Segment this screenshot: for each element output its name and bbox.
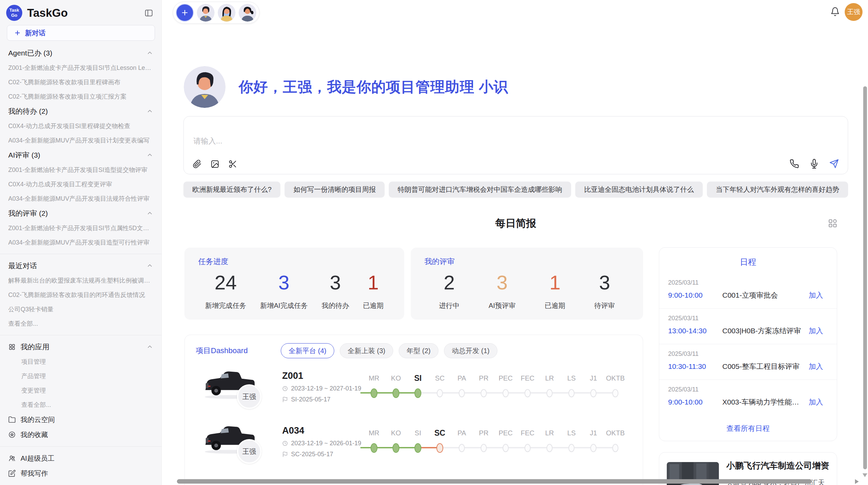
sidebar-list-item[interactable]: C02-飞腾新能源轻客改款项目立项汇报方案 xyxy=(8,89,153,104)
project-row[interactable]: 王强 A034 2023-12-19 ~ 2026-01-19 SC-2025-… xyxy=(185,424,643,478)
assistant-avatar xyxy=(184,66,226,108)
sidebar-list-item[interactable]: Z001-全新燃油轻卡产品开发项目SI造型提交物评审 xyxy=(8,163,153,177)
milestone-label: PA xyxy=(451,373,473,384)
milestone-label: PR xyxy=(473,427,495,438)
suggestion-chip[interactable]: 欧洲新规最近颁布了什么? xyxy=(183,182,280,198)
suggestion-chip[interactable]: 特朗普可能对进口汽车增税会对中国车企造成哪些影响 xyxy=(389,182,571,198)
panel-collapse-icon xyxy=(144,9,153,17)
suggestion-chip[interactable]: 当下年轻人对汽车外观有怎样的喜好趋势 xyxy=(707,182,848,198)
sidebar-list-item[interactable]: C0X4-动力总成开发项目工程变更评审 xyxy=(8,177,153,191)
user-avatar[interactable]: 王强 xyxy=(845,3,863,21)
schedule-event[interactable]: 2025/03/11 13:00-14:30 C003|H0B-方案冻结评审 加… xyxy=(659,309,837,344)
image-button[interactable] xyxy=(210,160,219,169)
schedule-event[interactable]: 2025/03/11 10:30-11:30 C005-整车工程目标评审 加入 xyxy=(659,344,837,380)
phone-button[interactable] xyxy=(789,159,799,169)
scissors-button[interactable] xyxy=(228,160,237,169)
event-join-link[interactable]: 加入 xyxy=(809,326,823,336)
stats-card-title: 我的评审 xyxy=(424,257,629,267)
sidebar-link[interactable]: 我的云空间 xyxy=(8,412,153,427)
sidebar-list-item[interactable]: A034-全新新能源MUV产品开发项目造型可行性评审 xyxy=(8,235,153,250)
schedule-event[interactable]: 2025/03/11 9:00-10:00 X003-车辆动力学性能验... 加… xyxy=(659,380,837,415)
milestone-node xyxy=(481,444,487,452)
sidebar-item-my-apps[interactable]: 我的应用 xyxy=(8,339,153,355)
sidebar-groups: Agent已办 (3)Z001-全新燃油皮卡产品开发项目SI节点Lesson L… xyxy=(0,43,161,485)
project-row[interactable]: 王强 Z001 2023-12-19 ~ 2027-01-19 SI-2025-… xyxy=(185,369,643,423)
milestone-label: SI xyxy=(407,373,429,384)
suggestion-chip[interactable]: 比亚迪全固态电池计划具体说了什么 xyxy=(575,182,703,198)
event-join-link[interactable]: 加入 xyxy=(809,397,823,407)
event-join-link[interactable]: 加入 xyxy=(809,362,823,371)
view-all-schedule-link[interactable]: 查看所有日程 xyxy=(659,424,837,433)
teammate-avatar[interactable] xyxy=(197,4,215,22)
sidebar-app-item[interactable]: 项目管理 xyxy=(8,355,153,369)
paperclip-icon xyxy=(193,160,202,169)
sidebar-list-item[interactable]: A034-全新新能源MUV产品开发项目法规符合性评审 xyxy=(8,191,153,206)
milestone-node xyxy=(590,389,596,397)
new-conversation-button[interactable] xyxy=(176,4,194,22)
stat-value: 1 xyxy=(545,272,565,294)
event-join-link[interactable]: 加入 xyxy=(809,290,823,300)
sidebar-app-item[interactable]: 产品管理 xyxy=(8,369,153,383)
sidebar-app-item[interactable]: 查看全部... xyxy=(8,398,153,412)
event-time: 10:30-11:30 xyxy=(668,362,722,371)
send-button[interactable] xyxy=(829,159,839,169)
milestone-node xyxy=(612,444,618,452)
clock-icon xyxy=(282,386,288,391)
sidebar-section-header[interactable]: 我的待办 (2) xyxy=(8,104,153,119)
collapse-sidebar-button[interactable] xyxy=(144,9,153,17)
event-date: 2025/03/11 xyxy=(668,315,823,322)
sidebar: Task Go TaskGo 新对话 Agent已办 (3)Z001-全新燃油皮… xyxy=(0,0,162,485)
sidebar-list-item[interactable]: Z001-全新燃油轻卡产品开发项目SI节点属性5D文件评审 xyxy=(8,221,153,235)
notifications-button[interactable] xyxy=(830,7,840,17)
app-logo: Task Go xyxy=(6,5,22,21)
sidebar-list-item[interactable]: A034-全新新能源MUV产品开发项目计划变更表编写 xyxy=(8,133,153,148)
project-date-range: 2023-12-19 ~ 2026-01-19 xyxy=(291,440,361,447)
chevron-up-icon xyxy=(146,210,153,217)
sidebar-section-header[interactable]: AI评审 (3) xyxy=(8,148,153,163)
sidebar-section-header[interactable]: 我的评审 (2) xyxy=(8,206,153,221)
event-date: 2025/03/11 xyxy=(668,386,823,393)
sidebar-link[interactable]: 创意制图 xyxy=(8,481,153,485)
teammate-avatar[interactable] xyxy=(218,4,236,22)
sidebar-app-item[interactable]: 变更管理 xyxy=(8,383,153,398)
vertical-scrollbar[interactable] xyxy=(863,86,867,469)
sidebar-list-item[interactable]: Z001-全新燃油皮卡产品开发项目SI节点Lesson Learn报告 xyxy=(8,61,153,75)
stat-value: 3 xyxy=(489,272,516,294)
scroll-right-arrow-icon[interactable] xyxy=(855,479,859,484)
event-time: 13:00-14:30 xyxy=(668,327,722,335)
suggestion-chip[interactable]: 如何写一份清晰的项目周报 xyxy=(285,182,385,198)
sidebar-link[interactable]: 帮我写作 xyxy=(8,466,153,481)
sidebar-link[interactable]: AI超级员工 xyxy=(8,451,153,466)
taskgo-app: Task Go TaskGo 新对话 Agent已办 (3)Z001-全新燃油皮… xyxy=(0,0,868,485)
person-illustration xyxy=(197,4,215,22)
project-date-range: 2023-12-19 ~ 2027-01-19 xyxy=(291,385,361,392)
mic-button[interactable] xyxy=(809,159,819,169)
section-title: 我的应用 xyxy=(21,342,49,352)
sidebar-list-item[interactable]: C0X4-动力总成开发项目SI里程碑提交物检查 xyxy=(8,119,153,133)
sidebar-list-item[interactable]: 公司Q3轻卡销量 xyxy=(8,302,153,316)
chat-input[interactable] xyxy=(193,136,605,146)
news-title: 小鹏飞行汽车制造公司增资 xyxy=(726,460,829,471)
stat: 2 进行中 xyxy=(439,272,459,310)
sidebar-list-item[interactable]: C02-飞腾新能源轻客改款项目里程碑画布 xyxy=(8,75,153,89)
schedule-card: 日程 2025/03/11 9:00-10:00 C001-立项审批会 加入 2… xyxy=(659,247,837,441)
sidebar-list-item[interactable]: 查看全部... xyxy=(8,316,153,331)
sidebar-link[interactable]: 我的收藏 xyxy=(8,427,153,442)
stat-value: 1 xyxy=(363,272,384,294)
schedule-event[interactable]: 2025/03/11 9:00-10:00 C001-立项审批会 加入 xyxy=(659,273,837,309)
teammate-avatar[interactable] xyxy=(239,4,256,22)
paperclip-button[interactable] xyxy=(193,160,202,169)
conversation-avatars-bar xyxy=(173,2,260,24)
scroll-down-arrow-icon[interactable] xyxy=(863,473,867,477)
sidebar-list-item[interactable]: C02-飞腾新能源轻客改款项目的闭环通告反馈情况 xyxy=(8,288,153,302)
sidebar-section-header[interactable]: 最近对话 xyxy=(8,258,153,273)
milestone-label: LR xyxy=(539,427,560,438)
briefing-layout-button[interactable] xyxy=(828,219,837,229)
new-chat-button[interactable]: 新对话 xyxy=(7,25,155,41)
section-title: AI评审 (3) xyxy=(8,150,40,160)
sidebar-section-header[interactable]: Agent已办 (3) xyxy=(8,46,153,61)
milestone-node xyxy=(525,389,531,397)
sidebar-list-item[interactable]: 解释最新出台的欧盟报废车法规再生塑料比例被调至15%... xyxy=(8,273,153,288)
horizontal-scrollbar[interactable] xyxy=(177,479,812,484)
stat: 3 我的待办 xyxy=(322,272,349,310)
